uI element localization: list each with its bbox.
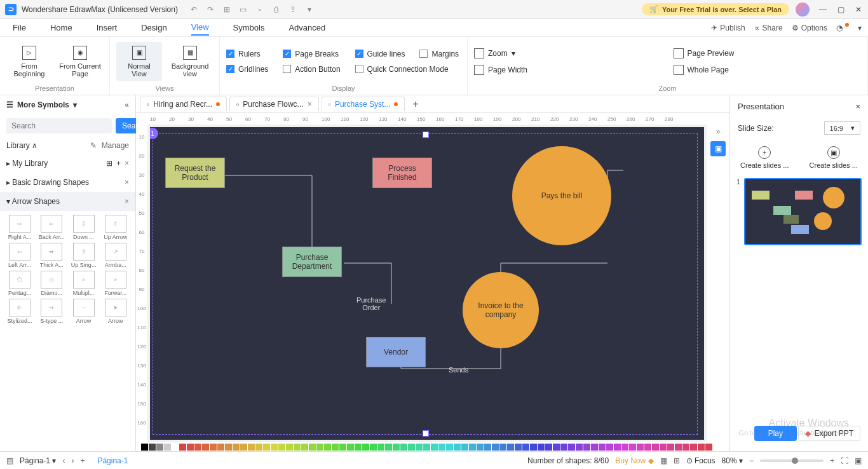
close-icon[interactable]: ×	[125, 178, 129, 187]
node-purchase[interactable]: Purchase Department	[282, 247, 342, 277]
save-icon[interactable]: ▫	[254, 5, 266, 14]
export-ppt-button[interactable]: ◆Export PPT	[798, 426, 860, 441]
shape-item[interactable]: ➤Arrow	[101, 299, 130, 324]
trial-banner[interactable]: 🛒 Your Free Trial is over. Select a Plan	[642, 3, 789, 15]
publish-button[interactable]: ✈Publish	[711, 24, 745, 32]
manage-button[interactable]: Manage	[102, 141, 129, 150]
guide-lines-checkbox[interactable]: ✓Guide lines	[355, 50, 407, 58]
color-swatch[interactable]	[347, 444, 354, 451]
from-current-button[interactable]: ◉From Current Page	[57, 42, 103, 81]
close-icon[interactable]: ×	[308, 100, 312, 109]
rulers-checkbox[interactable]: ✓Rulers	[226, 50, 270, 58]
shape-item[interactable]: ⬠Pentag...	[5, 271, 34, 296]
color-swatch[interactable]	[141, 444, 148, 451]
color-swatch[interactable]	[408, 444, 415, 451]
edit-icon[interactable]: ✎	[90, 141, 97, 150]
add-icon[interactable]: +	[116, 159, 121, 168]
color-swatch[interactable]	[469, 444, 476, 451]
color-swatch[interactable]	[446, 444, 453, 451]
node-process[interactable]: Process Finished	[372, 158, 432, 188]
quick-conn-checkbox[interactable]: Quick Connection Mode	[355, 65, 461, 74]
grid-icon[interactable]: ⊞	[674, 456, 680, 465]
section-my-library[interactable]: ▸ My Library ⊞+×	[0, 154, 135, 173]
section-basic-shapes[interactable]: ▸ Basic Drawing Shapes ×	[0, 173, 135, 192]
color-swatch[interactable]	[187, 444, 194, 451]
shape-item[interactable]: ⇨Right A...	[5, 215, 34, 240]
color-swatch[interactable]	[599, 444, 606, 451]
user-avatar[interactable]	[796, 3, 810, 17]
color-swatch[interactable]	[400, 444, 407, 451]
shape-item[interactable]: ↗Armba...	[101, 243, 130, 268]
color-swatch[interactable]	[301, 444, 308, 451]
new-folder-icon[interactable]: ⊞	[106, 159, 112, 168]
open-icon[interactable]: ▭	[238, 5, 249, 14]
gridlines-checkbox[interactable]: ✓Gridlines	[226, 65, 270, 74]
color-swatch[interactable]	[568, 444, 575, 451]
focus-button[interactable]: ⊙ Focus	[686, 456, 715, 465]
node-request[interactable]: Request the Product	[165, 158, 225, 188]
close-icon[interactable]: ×	[855, 102, 860, 111]
color-swatch[interactable]	[423, 444, 430, 451]
color-swatch[interactable]	[438, 444, 445, 451]
color-swatch[interactable]	[629, 444, 636, 451]
shape-item[interactable]: ⇑Up Sing...	[69, 243, 98, 268]
whole-page-button[interactable]: Whole Page	[674, 65, 862, 75]
new-icon[interactable]: ⊞	[221, 5, 233, 14]
from-beginning-button[interactable]: ▷From Beginning	[6, 42, 52, 81]
play-button[interactable]: Play	[754, 426, 797, 441]
fit-icon[interactable]: ⛶	[841, 456, 848, 465]
shape-item[interactable]: ⊪Stylized...	[5, 299, 34, 324]
undo-icon[interactable]: ↶	[188, 5, 200, 14]
color-swatch[interactable]	[660, 444, 667, 451]
color-swatch[interactable]	[545, 444, 552, 451]
next-page-icon[interactable]: ›	[71, 456, 74, 465]
zoom-slider[interactable]	[760, 459, 824, 462]
normal-view-button[interactable]: ▣Normal View	[116, 42, 162, 81]
menu-insert[interactable]: Insert	[97, 20, 118, 35]
color-swatch[interactable]	[431, 444, 438, 451]
shape-item[interactable]: »Forwar...	[101, 271, 130, 296]
color-swatch[interactable]	[652, 444, 659, 451]
export-icon[interactable]: ⇪	[287, 5, 299, 14]
close-icon[interactable]: ×	[125, 159, 129, 168]
color-swatch[interactable]	[248, 444, 255, 451]
color-swatch[interactable]	[515, 444, 522, 451]
color-swatch[interactable]	[705, 444, 712, 451]
add-page-icon[interactable]: +	[80, 456, 85, 465]
color-swatch[interactable]	[233, 444, 240, 451]
shape-item[interactable]: ⇧Up Arrow	[101, 215, 130, 240]
menu-advanced[interactable]: Advanced	[288, 20, 325, 35]
color-swatch[interactable]	[339, 444, 346, 451]
color-swatch[interactable]	[499, 444, 506, 451]
layout-icon[interactable]: ▦	[660, 456, 667, 465]
color-swatch[interactable]	[530, 444, 537, 451]
color-swatch[interactable]	[164, 444, 171, 451]
menu-design[interactable]: Design	[141, 20, 166, 35]
zoom-out-icon[interactable]: −	[749, 456, 754, 465]
collapse-ribbon-icon[interactable]: ▾	[858, 24, 862, 32]
color-swatch[interactable]	[309, 444, 316, 451]
doc-tab[interactable]: ▫Hiring and Recr...	[140, 97, 227, 111]
buy-now-link[interactable]: Buy Now ◆	[615, 456, 653, 465]
color-swatch[interactable]	[621, 444, 628, 451]
slide-thumbnail[interactable]	[744, 178, 862, 245]
color-swatch[interactable]	[286, 444, 293, 451]
zoom-level[interactable]: 80% ▾	[722, 456, 743, 465]
presentation-tool-icon[interactable]: ▣	[710, 141, 726, 156]
color-swatch[interactable]	[576, 444, 583, 451]
menu-view[interactable]: View	[191, 20, 209, 36]
options-button[interactable]: ⚙Options	[792, 24, 827, 32]
color-swatch[interactable]	[149, 444, 156, 451]
color-swatch[interactable]	[606, 444, 613, 451]
zoom-in-icon[interactable]: +	[830, 456, 834, 465]
color-swatch[interactable]	[355, 444, 362, 451]
prev-page-icon[interactable]: ‹	[62, 456, 65, 465]
redo-icon[interactable]: ↷	[205, 5, 216, 14]
share-button[interactable]: ∝Share	[754, 24, 783, 32]
color-swatch[interactable]	[553, 444, 560, 451]
color-swatch[interactable]	[156, 444, 163, 451]
color-swatch[interactable]	[698, 444, 705, 451]
color-swatch[interactable]	[507, 444, 514, 451]
color-swatch[interactable]	[294, 444, 301, 451]
color-swatch[interactable]	[370, 444, 377, 451]
